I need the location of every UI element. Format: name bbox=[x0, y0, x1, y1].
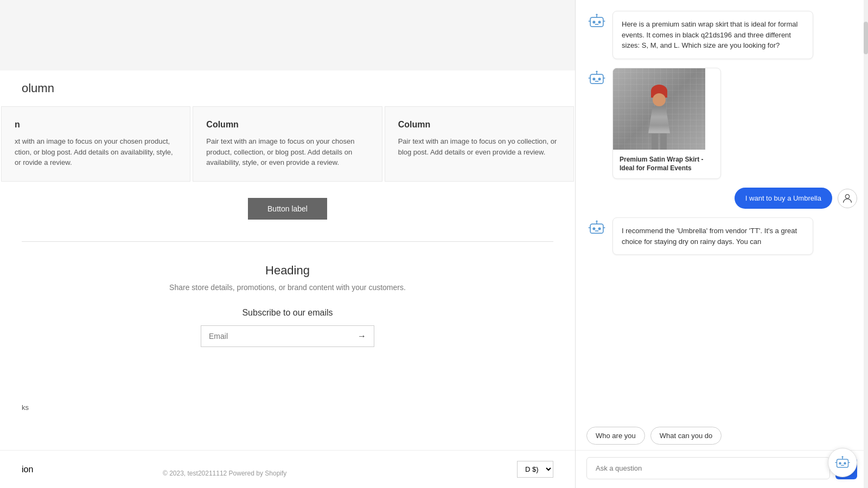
svg-rect-25 bbox=[837, 459, 848, 467]
footer-nav-item: ion bbox=[22, 465, 33, 474]
svg-rect-17 bbox=[590, 224, 603, 233]
svg-point-19 bbox=[598, 227, 601, 230]
divider bbox=[22, 241, 553, 242]
svg-rect-28 bbox=[841, 465, 844, 466]
svg-point-1 bbox=[592, 21, 595, 23]
column-2-title: Column bbox=[206, 120, 368, 130]
product-card-label: Premium Satin Wrap Skirt - Ideal for For… bbox=[613, 150, 720, 179]
columns-section: n xt with an image to focus on your chos… bbox=[0, 106, 575, 182]
user-avatar bbox=[838, 189, 857, 208]
chat-input-area bbox=[576, 450, 868, 488]
page-background bbox=[0, 0, 575, 70]
email-submit-button[interactable]: → bbox=[350, 326, 374, 346]
bot-message-1-text: Here is a premium satin wrap skirt that … bbox=[622, 20, 797, 49]
bot-avatar-3 bbox=[586, 217, 607, 238]
chip-what-can-you-do[interactable]: What can you do bbox=[650, 427, 722, 445]
user-message-1: I want to buy a Umbrella bbox=[586, 188, 857, 209]
bot-avatar-2 bbox=[586, 68, 607, 88]
svg-point-18 bbox=[592, 227, 595, 230]
main-heading-sub: Share store details, promotions, or bran… bbox=[22, 283, 553, 292]
footer-nav-left: ks bbox=[22, 403, 29, 412]
svg-rect-8 bbox=[590, 74, 603, 84]
chat-panel: Here is a premium satin wrap skirt that … bbox=[575, 0, 868, 488]
svg-point-13 bbox=[596, 70, 597, 72]
bot-bubble-3: I recommend the 'Umbrella' from vendor '… bbox=[612, 217, 813, 255]
svg-point-10 bbox=[598, 78, 601, 80]
section-heading: olumn bbox=[0, 70, 575, 106]
currency-select[interactable]: D $) bbox=[517, 461, 553, 478]
svg-rect-0 bbox=[590, 17, 603, 27]
svg-point-27 bbox=[844, 462, 846, 465]
column-3-text: Pair text with an image to focus on yo c… bbox=[398, 136, 560, 157]
chat-messages: Here is a premium satin wrap skirt that … bbox=[576, 0, 868, 421]
footer-nav-text: ion bbox=[22, 465, 33, 474]
product-card[interactable]: Premium Satin Wrap Skirt - Ideal for For… bbox=[612, 68, 721, 179]
email-input[interactable] bbox=[201, 326, 350, 346]
chip-who-are-you[interactable]: Who are you bbox=[586, 427, 645, 445]
svg-point-5 bbox=[596, 14, 597, 15]
email-row: → bbox=[201, 325, 374, 347]
subscribe-section: Subscribe to our emails → bbox=[0, 297, 575, 358]
svg-rect-20 bbox=[595, 230, 599, 232]
bot-message-3: I recommend the 'Umbrella' from vendor '… bbox=[586, 217, 857, 255]
svg-point-30 bbox=[842, 456, 844, 458]
main-content: olumn n xt with an image to focus on you… bbox=[0, 0, 575, 488]
svg-point-22 bbox=[596, 220, 597, 222]
section-heading-text: olumn bbox=[22, 81, 54, 95]
column-1-title: n bbox=[15, 120, 177, 130]
svg-rect-11 bbox=[595, 81, 599, 82]
svg-point-16 bbox=[845, 194, 849, 198]
chat-input[interactable] bbox=[586, 457, 830, 479]
bot-message-2-product: Premium Satin Wrap Skirt - Ideal for For… bbox=[586, 68, 857, 179]
column-2-text: Pair text with an image to focus on your… bbox=[206, 136, 368, 168]
user-message-1-text: I want to buy a Umbrella bbox=[745, 194, 821, 202]
column-1-text: xt with an image to focus on your chosen… bbox=[15, 136, 177, 168]
button-section: Button label bbox=[0, 182, 575, 236]
svg-point-2 bbox=[598, 21, 601, 23]
subscribe-title: Subscribe to our emails bbox=[22, 308, 553, 318]
user-bubble-1: I want to buy a Umbrella bbox=[735, 188, 832, 209]
bot-avatar-1 bbox=[586, 11, 607, 31]
column-card-3: Column Pair text with an image to focus … bbox=[385, 106, 574, 182]
bot-bubble-1: Here is a premium satin wrap skirt that … bbox=[612, 11, 813, 59]
column-3-title: Column bbox=[398, 120, 560, 130]
suggestion-chips: Who are you What can you do bbox=[576, 421, 868, 450]
heading-section: Heading Share store details, promotions,… bbox=[0, 247, 575, 297]
bot-message-3-text: I recommend the 'Umbrella' from vendor '… bbox=[622, 227, 797, 246]
bot-message-1: Here is a premium satin wrap skirt that … bbox=[586, 11, 857, 59]
svg-point-9 bbox=[592, 78, 595, 80]
product-image bbox=[613, 68, 705, 150]
svg-point-26 bbox=[839, 462, 841, 465]
footer-bar: ion D $) bbox=[0, 450, 575, 488]
button-label[interactable]: Button label bbox=[248, 198, 327, 220]
footer-copyright: © 2023, test20211112 Powered by Shopify bbox=[163, 470, 286, 477]
chat-scrollbar-thumb[interactable] bbox=[864, 22, 868, 54]
footer-nav: ks bbox=[0, 391, 50, 423]
main-heading: Heading bbox=[22, 264, 553, 278]
chat-scrollbar[interactable] bbox=[864, 0, 868, 488]
floating-bot-button[interactable] bbox=[828, 448, 857, 477]
svg-rect-3 bbox=[595, 24, 599, 25]
product-name-text: Premium Satin Wrap Skirt - Ideal for For… bbox=[620, 156, 703, 172]
column-card-2: Column Pair text with an image to focus … bbox=[193, 106, 382, 182]
column-card-1: n xt with an image to focus on your chos… bbox=[1, 106, 190, 182]
copyright-text: © 2023, test20211112 Powered by Shopify bbox=[163, 470, 286, 477]
